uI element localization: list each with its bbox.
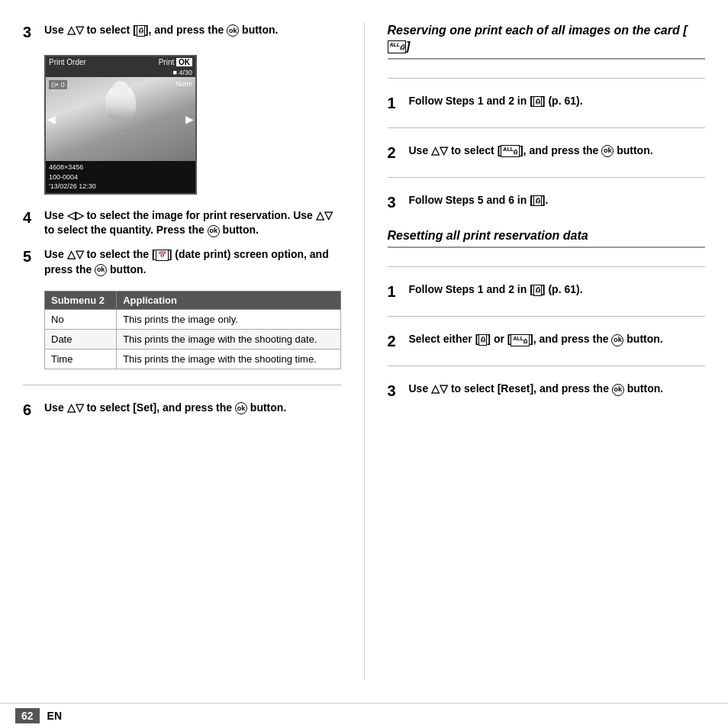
table-cell-submenu-1: No <box>45 310 117 330</box>
r-step-1-text: Follow Steps 1 and 2 in [⎙] (p. 61). <box>409 94 706 109</box>
r2-step-2-number: 2 <box>388 332 403 350</box>
norm-label: Norm <box>176 80 192 88</box>
left-arrow-icon: ◀ <box>47 113 56 125</box>
print-count-overlay: ⎙× 0 <box>49 80 67 89</box>
section2-hr <box>388 266 706 267</box>
r2-divider-2 <box>388 366 706 366</box>
step-4-text: Use ◁▷ to select the image for print res… <box>44 208 341 238</box>
r-step-2-number: 2 <box>388 143 403 162</box>
r-divider-2 <box>388 177 706 178</box>
r-step-1-number: 1 <box>388 94 403 112</box>
r-step-2: 2 Use △▽ to select [ALL⎙], and press the… <box>388 143 706 162</box>
table-row: No This prints the image only. <box>45 310 341 330</box>
r2-step-2: 2 Select either [⎙] or [ALL⎙], and press… <box>388 332 706 350</box>
r-step-3-text: Follow Steps 5 and 6 in [⎙]. <box>409 193 706 208</box>
r2-step-3: 3 Use △▽ to select [Reset], and press th… <box>388 382 706 400</box>
r2-step-3-text: Use △▽ to select [Reset], and press the … <box>409 382 706 397</box>
table-col1-header: Submenu 2 <box>45 292 117 310</box>
print-all-icon-r2: ALL⎙ <box>501 145 520 157</box>
section1-title: Reserving one print each of all images o… <box>388 23 706 60</box>
right-arrow-icon: ▶ <box>185 113 194 125</box>
page-container: 3 Use △▽ to select [⎙], and press the ok… <box>0 0 728 728</box>
step-4-number: 4 <box>23 208 38 227</box>
r2-step-1: 1 Follow Steps 1 and 2 in [⎙] (p. 61). <box>388 282 706 301</box>
page-number: 62 <box>15 708 40 723</box>
counter-display: ■ 4/30 <box>173 69 192 76</box>
step-3-text: Use △▽ to select [⎙], and press the ok b… <box>44 23 341 38</box>
r2-divider-1 <box>388 316 706 317</box>
ok-button-icon-1: ok <box>227 24 239 37</box>
r-divider-1 <box>388 127 706 128</box>
print-single-icon-r3: ⎙ <box>533 195 542 207</box>
print-order-label: Print Order <box>49 58 86 66</box>
print-badge: Print OK <box>159 58 192 66</box>
ok-button-icon-3: ok <box>95 264 107 276</box>
print-single-icon-1: ⎙ <box>137 25 145 37</box>
step-6: 6 Use △▽ to select [Set], and press the … <box>23 401 341 419</box>
camera-screen-header: Print Order Print OK <box>46 56 195 68</box>
camera-image: ◀ ▶ ⎙× 0 Norm <box>46 77 195 161</box>
folder-text: 100-0004 <box>49 172 192 182</box>
r-step-3-number: 3 <box>388 193 403 211</box>
ok-badge: OK <box>176 58 192 66</box>
r-step-1: 1 Follow Steps 1 and 2 in [⎙] (p. 61). <box>388 94 706 112</box>
section1-hr <box>388 78 706 79</box>
r2-step-3-number: 3 <box>388 382 403 400</box>
r2-step-2-text: Select either [⎙] or [ALL⎙], and press t… <box>409 332 706 347</box>
resolution-text: 4608×3456 <box>49 163 192 172</box>
divider-1 <box>23 385 341 385</box>
step-5-number: 5 <box>23 247 38 266</box>
camera-screen: Print Order Print OK ■ 4/30 ◀ ▶ ⎙× 0 <box>44 55 197 195</box>
print-all-icon-r2-2: ALL⎙ <box>511 334 530 346</box>
main-content: 3 Use △▽ to select [⎙], and press the ok… <box>0 0 728 703</box>
camera-screen-footer: 4608×3456 100-0004 '13/02/26 12:30 <box>46 161 195 193</box>
section2-title: Resetting all print reservation data <box>388 228 706 249</box>
r2-step-1-text: Follow Steps 1 and 2 in [⎙] (p. 61). <box>409 282 706 298</box>
r-step-2-text: Use △▽ to select [ALL⎙], and press the o… <box>409 143 706 159</box>
print-single-icon-r2-1: ⎙ <box>533 285 542 296</box>
ok-button-icon-r2-3: ok <box>612 384 624 396</box>
camera-screen-wrapper: Print Order Print OK ■ 4/30 ◀ ▶ ⎙× 0 <box>44 55 341 195</box>
print-single-icon-r1: ⎙ <box>533 96 542 108</box>
table-cell-app-3: This prints the image with the shooting … <box>117 350 340 369</box>
r-step-3: 3 Follow Steps 5 and 6 in [⎙]. <box>388 193 706 211</box>
step-6-text: Use △▽ to select [Set], and press the ok… <box>44 401 341 416</box>
left-column: 3 Use △▽ to select [⎙], and press the ok… <box>23 23 341 680</box>
ok-button-icon-2: ok <box>208 225 220 237</box>
ok-button-icon-r2-2: ok <box>611 334 623 346</box>
table-row: Date This prints the image with the shoo… <box>45 330 341 350</box>
step-5-text: Use △▽ to select the [📅] (date print) sc… <box>44 247 341 277</box>
table-cell-app-1: This prints the image only. <box>117 310 340 330</box>
calendar-icon: 📅 <box>156 250 169 261</box>
right-column: Reserving one print each of all images o… <box>364 23 706 680</box>
table-col2-header: Application <box>117 292 340 310</box>
page-footer: 62 EN <box>0 703 728 728</box>
print-all-icon-title: ALL⎙ <box>388 40 407 53</box>
r2-step-1-number: 1 <box>388 282 403 301</box>
step-3: 3 Use △▽ to select [⎙], and press the ok… <box>23 23 341 41</box>
step-6-number: 6 <box>23 401 38 419</box>
table-cell-app-2: This prints the image with the shooting … <box>117 330 340 350</box>
submenu-table: Submenu 2 Application No This prints the… <box>44 291 341 369</box>
table-cell-submenu-2: Date <box>45 330 117 350</box>
table-cell-submenu-3: Time <box>45 350 117 369</box>
step-3-number: 3 <box>23 23 38 41</box>
ok-button-icon-4: ok <box>235 402 247 414</box>
step-4: 4 Use ◁▷ to select the image for print r… <box>23 208 341 238</box>
date-text: '13/02/26 12:30 <box>49 182 192 192</box>
step-5: 5 Use △▽ to select the [📅] (date print) … <box>23 247 341 277</box>
submenu-table-wrapper: Submenu 2 Application No This prints the… <box>44 286 341 369</box>
language-label: EN <box>47 710 62 722</box>
table-row: Time This prints the image with the shoo… <box>45 350 341 369</box>
print-single-icon-r2-2: ⎙ <box>478 334 487 346</box>
ok-button-icon-r2: ok <box>601 145 614 157</box>
